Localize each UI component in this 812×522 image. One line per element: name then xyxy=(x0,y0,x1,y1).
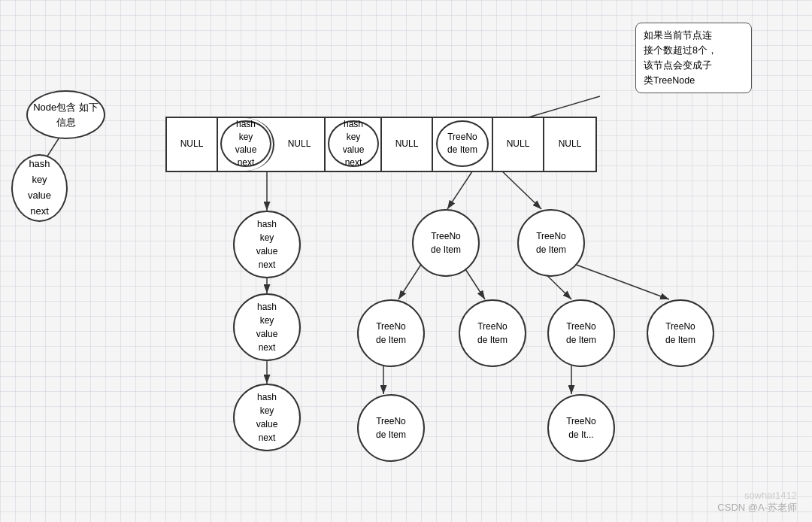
watermark-line1: sowhat1412 xyxy=(744,490,797,501)
array-cell-3: hashkeyvaluenext xyxy=(326,118,382,171)
array-cell-0: NULL xyxy=(167,118,218,171)
array-container: NULL hashkeyvaluenext NULL hashkeyvaluen… xyxy=(165,117,597,172)
array-cell-1: hashkeyvaluenext xyxy=(218,118,274,171)
node-info-label: Node包含 如下信息 xyxy=(32,100,100,129)
array-cell-6: NULL xyxy=(493,118,544,171)
tree-right-child-left: TreeNode Item xyxy=(547,299,615,367)
svg-line-6 xyxy=(498,167,541,209)
watermark-line2: CSDN @A-苏老师 xyxy=(717,501,797,514)
array-cell-2: NULL xyxy=(274,118,326,171)
tree-grandchild-left: TreeNode Item xyxy=(357,394,425,462)
tree-root-left: TreeNode Item xyxy=(412,209,480,277)
tree-grandchild-right: TreeNode It... xyxy=(547,394,615,462)
tooltip-text: 如果当前节点连接个数超过8个，该节点会变成子类TreeNode xyxy=(644,30,717,86)
node-fields-bubble: hashkeyvaluenext xyxy=(11,154,68,222)
tree-left-child-right: TreeNode Item xyxy=(459,299,526,367)
linked-list-node-1: hashkeyvaluenext xyxy=(233,211,301,278)
array-cell-5: TreeNode Item xyxy=(433,118,493,171)
tooltip-box: 如果当前节点连接个数超过8个，该节点会变成子类TreeNode xyxy=(635,23,752,93)
tree-right-child-right: TreeNode Item xyxy=(647,299,714,367)
linked-list-node-2: hashkeyvaluenext xyxy=(233,293,301,361)
tree-left-child-left: TreeNode Item xyxy=(357,299,425,367)
svg-line-5 xyxy=(447,167,475,209)
tree-root-right: TreeNode Item xyxy=(517,209,585,277)
array-cell-7: NULL xyxy=(544,118,595,171)
node-fields-label: hashkeyvaluenext xyxy=(28,156,51,219)
node-info-bubble: Node包含 如下信息 xyxy=(26,90,105,139)
diagram-container: Node包含 如下信息 hashkeyvaluenext 如果当前节点连接个数超… xyxy=(0,0,812,522)
linked-list-node-3: hashkeyvaluenext xyxy=(233,384,301,451)
array-cell-4: NULL xyxy=(382,118,433,171)
